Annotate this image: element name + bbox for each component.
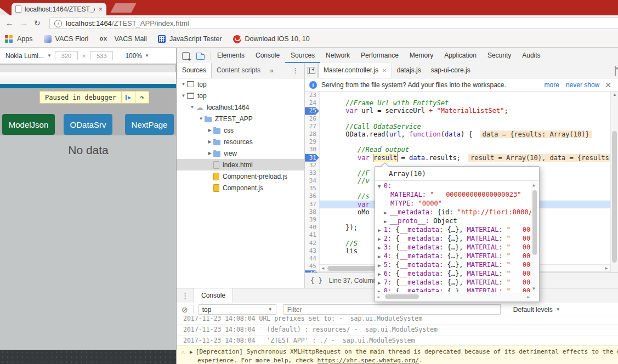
tree-item-index-html[interactable]: index.html xyxy=(177,159,304,170)
clear-console-icon[interactable]: ⊘ xyxy=(182,306,188,314)
reload-icon[interactable]: ↻ xyxy=(34,18,41,29)
scroll-up-icon[interactable]: ▲ xyxy=(532,183,535,187)
devtools-tab-console[interactable]: Console xyxy=(250,48,285,63)
step-over-button[interactable]: ↷ xyxy=(135,92,149,103)
line-number[interactable]: 44 xyxy=(305,255,319,263)
collapsed-arrow-icon[interactable]: ▶ xyxy=(378,289,384,292)
scroll-right-icon[interactable]: ► xyxy=(604,266,609,271)
hide-navigator-button[interactable] xyxy=(305,63,318,78)
back-icon[interactable]: ← xyxy=(5,18,14,29)
scroll-left-icon[interactable]: ◄ xyxy=(377,294,379,299)
line-number[interactable]: 27 xyxy=(305,123,319,130)
popup-horizontal-scrollbar[interactable]: ◄ ► xyxy=(376,293,531,301)
tab-overflow-button[interactable] xyxy=(615,66,616,76)
scrollbar-thumb[interactable] xyxy=(385,294,419,299)
collapsed-arrow-icon[interactable]: ▶ xyxy=(206,151,213,156)
zoom-select[interactable]: 100% ▼ xyxy=(125,52,149,60)
tree-item-top[interactable]: ▼top xyxy=(177,78,304,90)
console-filter-input[interactable] xyxy=(284,304,501,315)
scroll-right-icon[interactable]: ► xyxy=(527,294,530,299)
code-text[interactable]: OData.read(url, function(data) {data = {… xyxy=(319,130,618,138)
line-number[interactable]: 29 xyxy=(305,138,319,146)
line-number[interactable]: 30 xyxy=(305,146,319,153)
editor-tab-sap-ui-core-js[interactable]: sap-ui-core.js xyxy=(426,63,475,78)
bookmark-download-ios-10-10[interactable]: Download iOS 10, 10 xyxy=(233,35,310,43)
collapsed-arrow-icon[interactable]: ▶ xyxy=(384,219,390,224)
devtools-tab-sources[interactable]: Sources xyxy=(285,48,320,63)
expanded-arrow-icon[interactable]: ▼ xyxy=(197,116,205,121)
infobar-more-link[interactable]: more xyxy=(545,81,559,89)
button-nextpage[interactable]: NextPage xyxy=(125,114,174,135)
button-odatasrv[interactable]: ODataSrv xyxy=(64,114,112,135)
code-text[interactable]: //Read output xyxy=(319,146,618,153)
code-text[interactable]: //Frame Url with EntitySet xyxy=(319,99,618,107)
code-text[interactable]: //Call OdataService xyxy=(319,123,618,130)
line-number-breakpoint[interactable]: 25 xyxy=(305,107,319,115)
bookmark-vacs-mail[interactable]: VACS Mail xyxy=(99,35,147,43)
line-number[interactable]: 24 xyxy=(305,99,319,107)
forward-icon[interactable]: → xyxy=(20,18,28,29)
code-text[interactable] xyxy=(319,92,618,99)
devtools-tab-elements[interactable]: Elements xyxy=(212,48,250,63)
line-number[interactable]: 45 xyxy=(305,263,319,270)
code-text[interactable] xyxy=(319,138,618,146)
editor-vertical-scrollbar[interactable]: ▲ xyxy=(610,92,618,272)
tab-close-icon[interactable]: × xyxy=(98,5,103,13)
tree-item-localhost-1464[interactable]: ▼localhost:1464 xyxy=(177,101,304,113)
line-number[interactable]: 41 xyxy=(305,231,319,239)
line-number[interactable]: 43 xyxy=(305,247,319,255)
line-number[interactable]: 38 xyxy=(305,208,319,216)
collapsed-arrow-icon[interactable]: ▶ xyxy=(378,271,384,277)
resume-script-button[interactable]: ▶ xyxy=(121,92,135,103)
page-info-icon[interactable]: i xyxy=(54,20,62,27)
editor-tab-datajs-js[interactable]: datajs.js xyxy=(392,63,426,78)
line-number[interactable]: 33 xyxy=(305,169,319,177)
scroll-left-icon[interactable]: ◄ xyxy=(321,266,325,271)
expand-triangle-icon[interactable]: ▶ xyxy=(190,349,196,355)
line-number-breakpoint[interactable]: 31 xyxy=(305,154,319,162)
line-number[interactable]: 34 xyxy=(305,177,319,185)
bookmark-vacs-fiori[interactable]: VACS Fiori xyxy=(44,35,89,43)
new-tab-button[interactable] xyxy=(110,3,136,13)
button-modeljson[interactable]: ModelJson xyxy=(2,114,55,135)
expanded-arrow-icon[interactable]: ▼ xyxy=(180,93,187,98)
drawer-menu-icon[interactable]: ⋮ xyxy=(177,292,194,300)
line-number[interactable]: 36 xyxy=(305,192,319,200)
device-width-field[interactable] xyxy=(55,51,78,60)
inspect-element-icon[interactable] xyxy=(182,52,190,60)
devtools-tab-memory[interactable]: Memory xyxy=(404,48,439,63)
tab-console[interactable]: Console xyxy=(194,288,233,303)
collapsed-arrow-icon[interactable]: ▶ xyxy=(378,254,384,259)
pretty-print-icon[interactable]: { } xyxy=(310,277,322,285)
code-text[interactable]: var url = serviceUrl + "MaterialListSet"… xyxy=(319,107,618,115)
devtools-tab-security[interactable]: Security xyxy=(482,48,517,63)
bookmark-apps[interactable]: Apps xyxy=(5,35,33,43)
tab-close-icon[interactable]: × xyxy=(382,63,387,78)
navigator-tab-content-scripts[interactable]: Content scripts xyxy=(212,63,265,78)
more-tabs-icon[interactable]: » xyxy=(270,67,274,75)
close-icon[interactable]: ✕ xyxy=(605,81,611,89)
line-number[interactable]: 35 xyxy=(305,185,319,192)
line-number[interactable]: 23 xyxy=(305,92,319,99)
navigator-tab-sources[interactable]: Sources xyxy=(177,63,212,78)
tree-item-view[interactable]: ▶view xyxy=(177,147,304,159)
collapsed-arrow-icon[interactable]: ▶ xyxy=(378,245,384,251)
tree-item-resources[interactable]: ▶resources xyxy=(177,136,304,147)
chevron-down-icon[interactable]: ▼ xyxy=(47,53,52,58)
scroll-down-icon[interactable]: ▼ xyxy=(532,286,535,291)
expanded-arrow-icon[interactable]: ▼ xyxy=(189,105,196,110)
device-height-field[interactable] xyxy=(90,51,113,60)
tree-item-component-preload-js[interactable]: Component-preload.js xyxy=(177,170,304,182)
tree-item-ztest-app[interactable]: ▼ZTEST_APP xyxy=(177,113,304,124)
warning-link[interactable]: https://xhr.spec.whatwg.org/ xyxy=(317,357,419,364)
expanded-arrow-icon[interactable]: ▼ xyxy=(180,82,187,87)
devtools-tab-application[interactable]: Application xyxy=(439,48,482,63)
address-bar[interactable]: i localhost:1464/ZTEST_APP/index.html xyxy=(49,18,618,29)
collapsed-arrow-icon[interactable]: ▶ xyxy=(378,280,384,286)
infobar-never-show-link[interactable]: never show xyxy=(566,81,599,89)
collapsed-arrow-icon[interactable]: ▶ xyxy=(378,228,384,233)
scroll-up-icon[interactable]: ▲ xyxy=(613,92,617,97)
devtools-tab-performance[interactable]: Performance xyxy=(355,48,404,63)
line-number[interactable]: 28 xyxy=(305,130,319,138)
line-number[interactable]: 40 xyxy=(305,224,319,231)
